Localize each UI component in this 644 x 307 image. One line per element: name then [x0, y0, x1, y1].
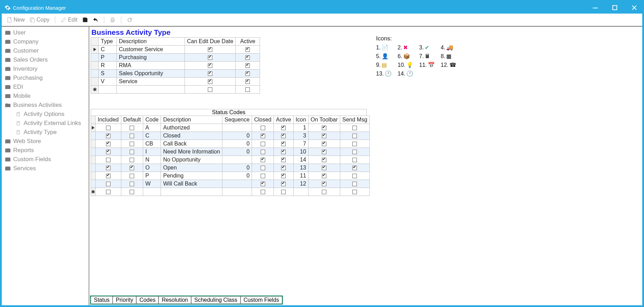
cell-active[interactable] [236, 46, 260, 54]
cell-toolbar[interactable] [308, 140, 340, 148]
checkbox[interactable] [322, 142, 326, 146]
cell-type[interactable]: S [99, 70, 117, 78]
cell-active[interactable] [236, 78, 260, 86]
checkbox[interactable] [352, 150, 357, 154]
cell-closed[interactable] [252, 164, 274, 172]
cell-code[interactable]: O [143, 164, 161, 172]
checkbox[interactable] [106, 142, 111, 146]
cell-code[interactable]: W [143, 180, 161, 188]
cell-desc[interactable]: Customer Service [117, 46, 185, 54]
checkbox[interactable] [106, 174, 111, 178]
checkbox[interactable] [208, 87, 212, 92]
col-icon[interactable]: Icon [293, 116, 308, 124]
cell-desc[interactable]: Will Call Back [161, 180, 222, 188]
checkbox[interactable] [352, 158, 357, 162]
checkbox[interactable] [261, 126, 265, 130]
checkbox[interactable] [245, 87, 250, 92]
cell-toolbar[interactable] [308, 148, 340, 156]
cell-active[interactable] [274, 124, 293, 132]
cell-icon[interactable]: 7 [293, 140, 308, 148]
cell-included[interactable] [96, 132, 121, 140]
cell-default[interactable] [121, 148, 143, 156]
checkbox[interactable] [245, 47, 250, 52]
cell-desc[interactable]: Need More Information [161, 148, 222, 156]
cell-closed[interactable] [252, 140, 274, 148]
checkbox[interactable] [106, 134, 111, 138]
row-indicator[interactable] [91, 156, 96, 164]
cell-icon[interactable]: 11 [293, 172, 308, 180]
table-row[interactable]: CCustomer Service [91, 46, 260, 54]
checkbox[interactable] [261, 174, 265, 178]
row-indicator[interactable] [91, 148, 96, 156]
cell-active[interactable] [236, 62, 260, 70]
status-codes-grid[interactable]: Included Default Code Description Sequen… [91, 116, 370, 196]
cell-default[interactable] [121, 124, 143, 132]
cell-toolbar[interactable] [308, 164, 340, 172]
cell-included[interactable] [96, 156, 121, 164]
row-indicator[interactable] [91, 140, 96, 148]
minimize-button[interactable] [592, 5, 598, 11]
checkbox[interactable] [130, 190, 134, 194]
new-row-indicator[interactable]: ✱ [91, 188, 96, 196]
cell-desc[interactable]: No Opportunity [161, 156, 222, 164]
row-indicator[interactable] [91, 70, 99, 78]
sidebar-item-sales-orders[interactable]: Sales Orders [2, 55, 89, 64]
checkbox[interactable] [352, 126, 357, 130]
cell-type[interactable]: V [99, 78, 117, 86]
cell-active[interactable] [274, 140, 293, 148]
col-can-edit[interactable]: Can Edit Due Date [185, 38, 236, 46]
checkbox[interactable] [106, 166, 111, 170]
cell-code[interactable]: CB [143, 140, 161, 148]
checkbox[interactable] [322, 182, 326, 186]
checkbox[interactable] [281, 190, 286, 194]
copy-button[interactable]: Copy [28, 17, 51, 23]
cell-desc[interactable]: Call Back [161, 140, 222, 148]
col-description[interactable]: Description [117, 38, 185, 46]
cell-can-edit[interactable] [185, 70, 236, 78]
checkbox[interactable] [352, 174, 357, 178]
cell-send[interactable] [340, 124, 369, 132]
col-desc[interactable]: Description [161, 116, 222, 124]
cell-code[interactable]: P [143, 172, 161, 180]
cell-code[interactable]: N [143, 156, 161, 164]
cell-default[interactable] [121, 156, 143, 164]
cell-desc[interactable]: Purchasing [117, 54, 185, 62]
tab-scheduling-class[interactable]: Scheduling Class [191, 296, 241, 304]
checkbox[interactable] [281, 166, 286, 170]
cell-default[interactable] [121, 140, 143, 148]
row-indicator[interactable] [91, 124, 96, 132]
table-row[interactable]: SSales Opportunity [91, 70, 260, 78]
checkbox[interactable] [130, 182, 134, 186]
checkbox[interactable] [261, 190, 265, 194]
cell-default[interactable] [121, 164, 143, 172]
checkbox[interactable] [106, 150, 111, 154]
table-row[interactable]: OOpen013 [91, 164, 370, 172]
row-indicator[interactable] [91, 54, 99, 62]
checkbox[interactable] [130, 150, 134, 154]
cell-desc[interactable]: Pending [161, 172, 222, 180]
cell-active[interactable] [274, 156, 293, 164]
checkbox[interactable] [208, 63, 212, 68]
col-active[interactable]: Active [274, 116, 293, 124]
row-indicator[interactable] [91, 46, 99, 54]
undo-button[interactable] [91, 17, 100, 23]
col-type[interactable]: Type [99, 38, 117, 46]
cell-seq[interactable] [222, 124, 252, 132]
row-indicator[interactable] [91, 164, 96, 172]
cell-toolbar[interactable] [308, 172, 340, 180]
cell-icon[interactable]: 14 [293, 156, 308, 164]
cell-send[interactable] [340, 180, 369, 188]
sidebar-item-company[interactable]: Company [2, 37, 89, 46]
sidebar-item-activity-type[interactable]: Activity Type [2, 128, 89, 137]
checkbox[interactable] [322, 126, 326, 130]
checkbox[interactable] [208, 71, 212, 76]
cell-desc[interactable]: Closed [161, 132, 222, 140]
cell-closed[interactable] [252, 156, 274, 164]
cell-desc[interactable]: Sales Opportunity [117, 70, 185, 78]
checkbox[interactable] [245, 71, 250, 76]
cell-send[interactable] [340, 156, 369, 164]
cell-included[interactable] [96, 148, 121, 156]
checkbox[interactable] [261, 158, 265, 162]
sidebar-item-user[interactable]: User [2, 28, 89, 37]
tab-priority[interactable]: Priority [113, 296, 136, 304]
